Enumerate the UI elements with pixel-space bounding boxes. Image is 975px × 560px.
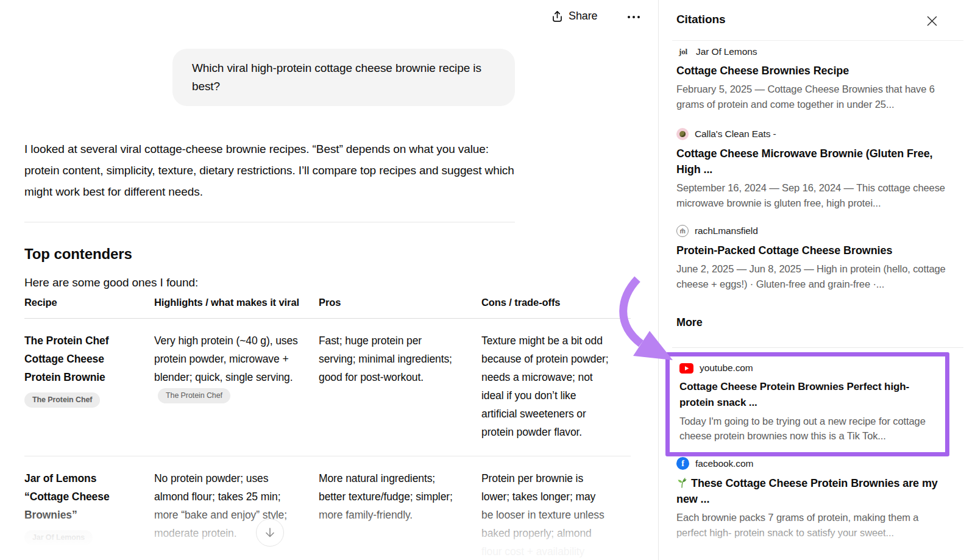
close-icon bbox=[927, 16, 937, 26]
table-row-1-cons: Texture might be a bit odd because of pr… bbox=[481, 319, 631, 456]
rachlmansfield-favicon: m̂ bbox=[676, 225, 689, 237]
more-heading: More bbox=[676, 316, 703, 329]
panel-header-divider bbox=[672, 40, 963, 41]
col-header-highlights: Highlights / what makes it viral bbox=[154, 296, 319, 319]
table-row-1-pros: Fast; huge protein per serving; minimal … bbox=[319, 319, 481, 456]
citation-source: Calla's Clean Eats - bbox=[695, 129, 776, 140]
citation-title: These Cottage Cheese Protein Brownies ar… bbox=[676, 475, 949, 507]
recipe-name: The Protein Chef Cottage Cheese Protein … bbox=[24, 335, 108, 383]
arrow-down-icon bbox=[263, 526, 277, 539]
col-header-recipe: Recipe bbox=[24, 296, 154, 319]
citation-item[interactable]: m̂ rachLmansfield Protein-Packed Cottage… bbox=[676, 225, 949, 292]
callas-clean-eats-favicon bbox=[676, 128, 689, 140]
scroll-down-button[interactable] bbox=[256, 519, 284, 547]
assistant-answer-text: I looked at several viral cottage-cheese… bbox=[24, 138, 517, 202]
citation-snippet: Today I'm going to be trying out a new r… bbox=[679, 414, 935, 443]
pros-text: Fast; huge protein per serving; minimal … bbox=[319, 335, 452, 383]
citation-item[interactable]: Calla's Clean Eats - Cottage Cheese Micr… bbox=[676, 128, 949, 211]
jol-text-favicon: jol bbox=[676, 47, 690, 57]
share-button[interactable]: Share bbox=[551, 10, 598, 23]
citation-snippet: June 2, 2025 — Jun 8, 2025 — High in pro… bbox=[676, 261, 949, 292]
more-options-button[interactable] bbox=[626, 15, 641, 19]
citation-item[interactable]: f facebook.com These Cottage Cheese Prot… bbox=[676, 457, 949, 541]
pros-text: More natural ingredients; better texture… bbox=[319, 472, 453, 521]
table-row-2-pros: More natural ingredients; better texture… bbox=[319, 456, 481, 560]
recipe-badge[interactable]: Jar Of Lemons bbox=[24, 530, 93, 545]
table-row-2-highlights: No protein powder; uses almond flour; ta… bbox=[154, 456, 319, 560]
share-icon bbox=[551, 10, 563, 23]
highlights-text: Very high protein (~40 g), uses protein … bbox=[154, 335, 298, 383]
section-heading: Top contenders bbox=[24, 246, 132, 263]
section-subtext: Here are some good ones I found: bbox=[24, 276, 198, 289]
citation-snippet: February 5, 2025 — Cottage Cheese Browni… bbox=[676, 82, 949, 112]
col-header-cons: Cons / trade-offs bbox=[481, 296, 631, 319]
table-row-2-recipe: Jar of Lemons “Cottage Cheese Brownies” … bbox=[24, 456, 154, 560]
citation-source: facebook.com bbox=[695, 458, 753, 469]
citation-item[interactable]: jol Jar Of Lemons Cottage Cheese Brownie… bbox=[676, 46, 949, 112]
user-message-bubble: Which viral high-protein cottage cheese … bbox=[172, 49, 515, 106]
citation-snippet: September 16, 2024 — Sep 16, 2024 — This… bbox=[676, 180, 949, 211]
citation-highlight-box[interactable]: youtube.com Cottage Cheese Protein Brown… bbox=[665, 352, 949, 456]
table-row-1-recipe: The Protein Chef Cottage Cheese Protein … bbox=[24, 319, 154, 456]
close-button[interactable] bbox=[925, 14, 938, 27]
youtube-icon bbox=[679, 363, 693, 374]
leaf-emoji-icon bbox=[676, 477, 687, 488]
citations-panel: Citations jol Jar Of Lemons Cottage Chee… bbox=[659, 0, 975, 560]
chat-main-area: Share Which viral high-protein cottage c… bbox=[0, 0, 658, 560]
citation-title: Cottage Cheese Protein Brownies Perfect … bbox=[679, 379, 935, 411]
recipe-name: Jar of Lemons “Cottage Cheese Brownies” bbox=[24, 472, 110, 521]
chat-topbar: Share bbox=[0, 0, 658, 37]
citation-title-text: These Cottage Cheese Protein Brownies ar… bbox=[676, 477, 938, 505]
cons-text: Texture might be a bit odd because of pr… bbox=[481, 335, 609, 438]
ellipsis-icon bbox=[626, 15, 641, 19]
highlights-badge[interactable]: The Protein Chef bbox=[158, 388, 230, 403]
citation-source: youtube.com bbox=[700, 363, 753, 374]
more-section-divider bbox=[672, 347, 963, 348]
citation-source: rachLmansfield bbox=[695, 225, 758, 236]
section-divider bbox=[24, 222, 515, 222]
recipe-badge[interactable]: The Protein Chef bbox=[24, 392, 100, 408]
table-row-2-cons: Protein per brownie is lower; takes long… bbox=[481, 456, 631, 560]
user-message-text: Which viral high-protein cottage cheese … bbox=[192, 62, 481, 93]
share-label: Share bbox=[569, 10, 598, 23]
citation-title: Protein-Packed Cottage Cheese Brownies bbox=[676, 243, 949, 258]
cons-text: Protein per brownie is lower; takes long… bbox=[481, 472, 604, 558]
contenders-table: Recipe Highlights / what makes it viral … bbox=[24, 296, 631, 560]
col-header-pros: Pros bbox=[319, 296, 481, 319]
facebook-icon: f bbox=[676, 457, 689, 470]
citations-title: Citations bbox=[676, 13, 725, 26]
citation-title: Cottage Cheese Brownies Recipe bbox=[676, 63, 949, 79]
citation-source: Jar Of Lemons bbox=[696, 46, 757, 57]
table-row-1-highlights: Very high protein (~40 g), uses protein … bbox=[154, 319, 319, 456]
citation-title: Cottage Cheese Microwave Brownie (Gluten… bbox=[676, 146, 949, 177]
citation-snippet: Each brownie packs 7 grams of protein, m… bbox=[676, 510, 949, 541]
